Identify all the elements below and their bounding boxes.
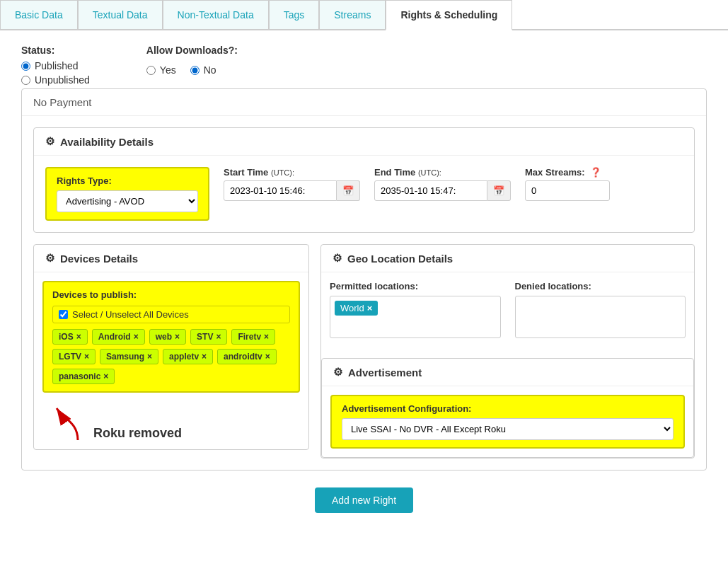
devices-gear-icon: ⚙ bbox=[45, 252, 54, 265]
advertisement-gear-icon: ⚙ bbox=[333, 366, 342, 379]
arrow-icon bbox=[42, 401, 85, 444]
max-streams-input[interactable] bbox=[525, 180, 610, 201]
status-label: Status: bbox=[21, 45, 90, 56]
main-content: Status: Published Unpublished Allow Down… bbox=[0, 30, 728, 544]
device-tag-ios-remove[interactable]: × bbox=[76, 332, 81, 342]
device-tag-android-remove[interactable]: × bbox=[134, 332, 139, 342]
status-published-radio[interactable] bbox=[21, 62, 30, 71]
max-streams-label: Max Streams: ❓ bbox=[525, 167, 610, 178]
device-tag-androidtv[interactable]: androidtv × bbox=[217, 349, 277, 364]
permitted-locations-column: Permitted locations: World × bbox=[330, 281, 501, 338]
downloads-yes-radio[interactable] bbox=[146, 66, 156, 75]
end-time-calendar-button[interactable]: 📅 bbox=[487, 180, 511, 201]
device-tag-web-remove[interactable]: × bbox=[175, 332, 180, 342]
max-streams-group: Max Streams: ❓ bbox=[525, 167, 610, 201]
status-published-option[interactable]: Published bbox=[21, 60, 90, 71]
device-tag-samsung[interactable]: Samsung × bbox=[100, 349, 158, 364]
start-time-input[interactable] bbox=[224, 180, 337, 201]
start-time-field: 📅 bbox=[224, 180, 360, 201]
advertisement-title-text: Advertisement bbox=[348, 366, 422, 379]
geo-inner: Permitted locations: World × Denied loca… bbox=[321, 272, 694, 347]
downloads-group: Allow Downloads?: Yes No bbox=[146, 45, 238, 79]
denied-locations-column: Denied locations: bbox=[515, 281, 686, 338]
end-time-group: End Time (UTC): 📅 bbox=[374, 167, 511, 201]
geo-section-title: ⚙ Geo Location Details bbox=[321, 245, 694, 272]
add-new-right-button[interactable]: Add new Right bbox=[315, 487, 413, 513]
availability-section-body: Rights Type: Advertising - AVOD SVOD TVO… bbox=[34, 156, 694, 232]
tab-textual-data[interactable]: Textual Data bbox=[78, 0, 163, 29]
advertisement-section-title: ⚙ Advertisement bbox=[322, 359, 693, 386]
tab-non-textual-data[interactable]: Non-Textual Data bbox=[163, 0, 269, 29]
roku-removed-text: Roku removed bbox=[93, 426, 182, 441]
device-tag-appletv-remove[interactable]: × bbox=[202, 352, 207, 362]
devices-title-text: Devices Details bbox=[60, 253, 138, 265]
start-time-label: Start Time (UTC): bbox=[224, 167, 360, 178]
device-tag-lgtv-remove[interactable]: × bbox=[84, 352, 89, 362]
geo-tag-world-label: World bbox=[340, 303, 364, 313]
status-unpublished-radio[interactable] bbox=[21, 76, 30, 85]
device-tag-stv[interactable]: STV × bbox=[190, 329, 227, 345]
devices-section-title: ⚙ Devices Details bbox=[34, 245, 308, 272]
ad-config-label: Advertisement Configuration: bbox=[342, 403, 674, 414]
no-payment-inner: ⚙ Availability Details Rights Type: Adve… bbox=[22, 116, 706, 470]
rights-type-select[interactable]: Advertising - AVOD SVOD TVOD Free bbox=[57, 190, 198, 212]
device-tags-container: iOS × Android × web × STV × Firetv × LGT… bbox=[52, 329, 290, 384]
advertisement-inner: Advertisement Configuration: Live SSAI -… bbox=[322, 386, 693, 457]
tabs-bar: Basic Data Textual Data Non-Textual Data… bbox=[0, 0, 728, 30]
device-tag-android[interactable]: Android × bbox=[92, 329, 145, 345]
no-payment-section: No Payment ⚙ Availability Details Rights… bbox=[21, 88, 707, 471]
device-tag-ios[interactable]: iOS × bbox=[52, 329, 88, 345]
downloads-options-row: Yes No bbox=[146, 64, 238, 79]
permitted-locations-box[interactable]: World × bbox=[330, 296, 501, 338]
availability-title-text: Availability Details bbox=[60, 136, 154, 148]
gear-icon: ⚙ bbox=[45, 135, 54, 148]
permitted-locations-label: Permitted locations: bbox=[330, 281, 501, 292]
devices-geo-row: ⚙ Devices Details Devices to publish: Se… bbox=[33, 244, 695, 458]
availability-section: ⚙ Availability Details Rights Type: Adve… bbox=[33, 127, 695, 233]
rights-type-box: Rights Type: Advertising - AVOD SVOD TVO… bbox=[45, 167, 209, 221]
device-tag-lgtv[interactable]: LGTV × bbox=[52, 349, 96, 364]
geo-gear-icon: ⚙ bbox=[333, 252, 342, 265]
end-time-input[interactable] bbox=[374, 180, 487, 201]
geo-section: ⚙ Geo Location Details Permitted locatio… bbox=[320, 244, 695, 458]
downloads-yes-option[interactable]: Yes bbox=[146, 64, 176, 76]
tab-basic-data[interactable]: Basic Data bbox=[0, 0, 78, 29]
denied-locations-box[interactable] bbox=[515, 296, 686, 338]
device-tag-firetv[interactable]: Firetv × bbox=[231, 329, 275, 345]
availability-fields-row: Rights Type: Advertising - AVOD SVOD TVO… bbox=[45, 167, 683, 221]
status-group: Status: Published Unpublished bbox=[21, 45, 90, 88]
geo-columns: Permitted locations: World × Denied loca… bbox=[330, 281, 686, 338]
select-all-checkbox-input[interactable] bbox=[59, 310, 68, 319]
device-tag-web[interactable]: web × bbox=[149, 329, 186, 345]
ad-config-select[interactable]: Live SSAI - No DVR - All Except Roku Sta… bbox=[342, 418, 674, 440]
tab-tags[interactable]: Tags bbox=[269, 0, 320, 29]
add-right-row: Add new Right bbox=[21, 487, 707, 513]
ad-config-box: Advertisement Configuration: Live SSAI -… bbox=[330, 395, 685, 449]
status-unpublished-label: Unpublished bbox=[35, 74, 90, 86]
max-streams-help-icon[interactable]: ❓ bbox=[590, 167, 601, 178]
device-tag-appletv[interactable]: appletv × bbox=[163, 349, 213, 364]
devices-inner-label: Devices to publish: bbox=[52, 289, 290, 300]
device-tag-panasonic-remove[interactable]: × bbox=[103, 371, 108, 381]
start-time-calendar-button[interactable]: 📅 bbox=[337, 180, 360, 201]
end-time-field: 📅 bbox=[374, 180, 511, 201]
select-all-devices-checkbox[interactable]: Select / Unselect All Devices bbox=[52, 306, 290, 323]
tab-streams[interactable]: Streams bbox=[319, 0, 386, 29]
status-downloads-row: Status: Published Unpublished Allow Down… bbox=[21, 45, 707, 88]
downloads-no-radio[interactable] bbox=[190, 66, 200, 75]
status-unpublished-option[interactable]: Unpublished bbox=[21, 74, 90, 86]
availability-section-title: ⚙ Availability Details bbox=[34, 128, 694, 156]
geo-tag-world[interactable]: World × bbox=[335, 301, 378, 316]
denied-locations-label: Denied locations: bbox=[515, 281, 686, 292]
rights-type-label: Rights Type: bbox=[57, 175, 198, 186]
device-tag-firetv-remove[interactable]: × bbox=[264, 332, 269, 342]
device-tag-samsung-remove[interactable]: × bbox=[147, 352, 152, 362]
device-tag-androidtv-remove[interactable]: × bbox=[265, 352, 270, 362]
geo-tag-world-remove[interactable]: × bbox=[367, 303, 373, 313]
devices-section: ⚙ Devices Details Devices to publish: Se… bbox=[33, 244, 309, 450]
downloads-no-option[interactable]: No bbox=[190, 64, 216, 76]
geo-title-text: Geo Location Details bbox=[347, 253, 453, 265]
device-tag-panasonic[interactable]: panasonic × bbox=[52, 369, 115, 384]
tab-rights-scheduling[interactable]: Rights & Scheduling bbox=[386, 0, 512, 30]
device-tag-stv-remove[interactable]: × bbox=[216, 332, 221, 342]
